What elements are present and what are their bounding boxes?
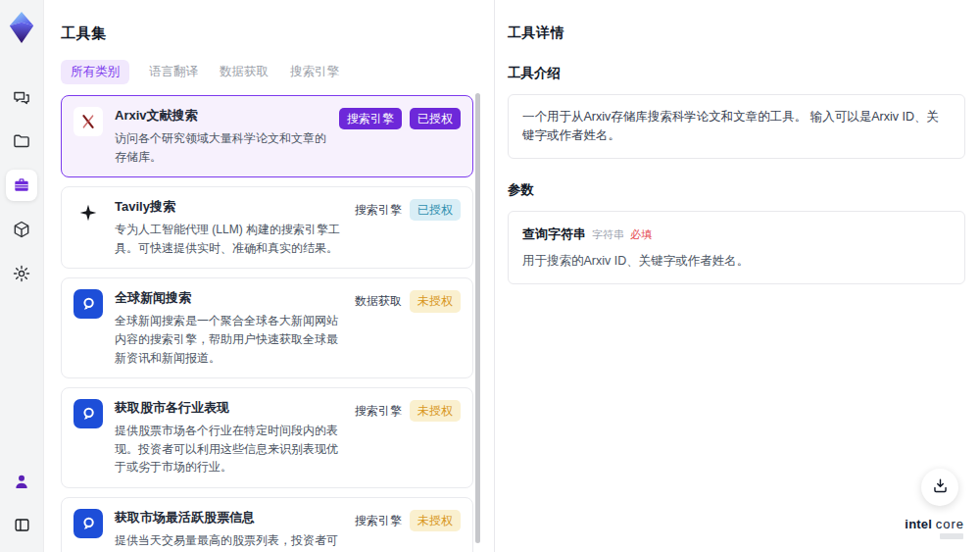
params-section-title: 参数 <box>508 181 965 199</box>
tool-card-desc: 访问各个研究领域大量科学论文和文章的存储库。 <box>115 129 327 166</box>
tab-all-categories[interactable]: 所有类别 <box>61 60 129 84</box>
status-badge: 已授权 <box>410 108 461 129</box>
page-title: 工具集 <box>61 25 494 43</box>
arxiv-logo-icon <box>74 107 103 136</box>
panel-toggle-icon <box>13 516 31 534</box>
sidebar-rail <box>0 0 44 552</box>
tool-card-desc: 专为人工智能代理 (LLM) 构建的搜索引擎工具。可快速提供实时、准确和真实的结… <box>115 221 343 257</box>
intel-core-logo: intel core <box>905 518 964 539</box>
status-badge: 已授权 <box>410 199 461 221</box>
category-badge: 搜索引擎 <box>355 400 402 422</box>
tool-card-title: 获取股市各行业表现 <box>115 399 343 417</box>
download-button[interactable] <box>921 469 958 506</box>
tool-card-desc: 全球新闻搜索是一个聚合全球各大新闻网站内容的搜索引擎，帮助用户快速获取全球最新资… <box>115 312 343 367</box>
user-icon <box>12 472 31 491</box>
briefcase-icon <box>12 176 31 195</box>
tool-card-title: Arxiv文献搜索 <box>115 107 327 125</box>
list-scrollbar[interactable] <box>475 93 480 543</box>
cube-icon <box>12 220 31 239</box>
status-badge: 未授权 <box>410 400 461 422</box>
status-badge: 未授权 <box>410 290 461 312</box>
tab-data-fetch[interactable]: 数据获取 <box>218 60 270 84</box>
tool-card-sector-performance[interactable]: 获取股市各行业表现 提供股票市场各个行业在特定时间段内的表现。投资者可以利用这些… <box>61 387 473 488</box>
param-type: 字符串 <box>592 226 624 243</box>
category-badge: 搜索引擎 <box>339 108 402 129</box>
param-desc: 用于搜索的Arxiv ID、关键字或作者姓名。 <box>522 252 951 271</box>
tab-translation[interactable]: 语言翻译 <box>147 60 200 84</box>
detail-title: 工具详情 <box>508 25 965 42</box>
news-app-logo-icon <box>74 399 103 428</box>
tool-list-panel: 工具集 所有类别 语言翻译 数据获取 搜索引擎 Arxiv文献搜索 访问各个研究… <box>44 0 495 552</box>
tool-card-title: Tavily搜索 <box>115 198 343 216</box>
intro-section-title: 工具介绍 <box>508 65 965 82</box>
brand-sub-mark <box>940 533 963 539</box>
tool-card-desc: 提供股票市场各个行业在特定时间段内的表现。投资者可以利用这些信息来识别表现优于或… <box>115 422 343 477</box>
category-badge: 数据获取 <box>355 290 402 312</box>
category-badge: 搜索引擎 <box>355 199 402 221</box>
news-app-logo-icon <box>74 289 103 319</box>
brand-intel: intel <box>905 517 932 531</box>
sidebar-bottom <box>6 466 37 540</box>
sidebar-nav <box>6 81 37 289</box>
sidebar-item-plugins[interactable] <box>6 214 37 245</box>
tool-card-tavily[interactable]: Tavily搜索 专为人工智能代理 (LLM) 构建的搜索引擎工具。可快速提供实… <box>61 186 473 269</box>
tavily-star-icon <box>74 198 103 227</box>
tool-detail-panel: 工具详情 工具介绍 一个用于从Arxiv存储库搜索科学论文和文章的工具。 输入可… <box>495 0 980 552</box>
tool-card-active-stocks[interactable]: 获取市场最活跃股票信息 提供当天交易量最高的股票列表，投资者可以利用这些信息来识… <box>61 497 473 552</box>
folder-icon <box>12 131 31 151</box>
category-tabs: 所有类别 语言翻译 数据获取 搜索引擎 <box>61 60 494 84</box>
sidebar-item-chat[interactable] <box>6 81 37 113</box>
tool-cards-list: Arxiv文献搜索 访问各个研究领域大量科学论文和文章的存储库。 搜索引擎 已授… <box>61 95 473 552</box>
status-badge: 未授权 <box>410 510 461 531</box>
tool-card-global-news[interactable]: 全球新闻搜索 全球新闻搜索是一个聚合全球各大新闻网站内容的搜索引擎，帮助用户快速… <box>61 277 473 378</box>
app-window: 工具集 所有类别 语言翻译 数据获取 搜索引擎 Arxiv文献搜索 访问各个研究… <box>0 0 980 552</box>
tool-card-desc: 提供当天交易量最高的股票列表，投资者可以利用这些信息来识别流动性强的股票和潜在的… <box>115 531 343 552</box>
sidebar-item-files[interactable] <box>6 125 37 157</box>
tool-card-title: 获取市场最活跃股票信息 <box>115 509 343 527</box>
tool-intro-text: 一个用于从Arxiv存储库搜索科学论文和文章的工具。 输入可以是Arxiv ID… <box>508 94 965 159</box>
sidebar-collapse-toggle[interactable] <box>6 509 37 540</box>
news-app-logo-icon <box>74 509 103 538</box>
tool-card-arxiv[interactable]: Arxiv文献搜索 访问各个研究领域大量科学论文和文章的存储库。 搜索引擎 已授… <box>61 95 473 177</box>
sidebar-item-profile[interactable] <box>6 466 37 497</box>
param-item: 查询字符串 字符串 必填 用于搜索的Arxiv ID、关键字或作者姓名。 <box>508 211 965 284</box>
chat-icon <box>12 87 31 107</box>
tool-card-title: 全球新闻搜索 <box>115 289 343 307</box>
gear-icon <box>12 264 31 283</box>
tab-search-engine[interactable]: 搜索引擎 <box>288 60 341 84</box>
param-required-badge: 必填 <box>630 226 652 243</box>
sidebar-item-settings[interactable] <box>6 258 37 289</box>
download-icon <box>931 477 950 499</box>
sidebar-item-tools[interactable] <box>6 170 37 201</box>
category-badge: 搜索引擎 <box>355 510 402 531</box>
brand-core: core <box>936 517 964 531</box>
app-logo-icon[interactable] <box>7 11 36 44</box>
param-name: 查询字符串 <box>522 225 586 244</box>
